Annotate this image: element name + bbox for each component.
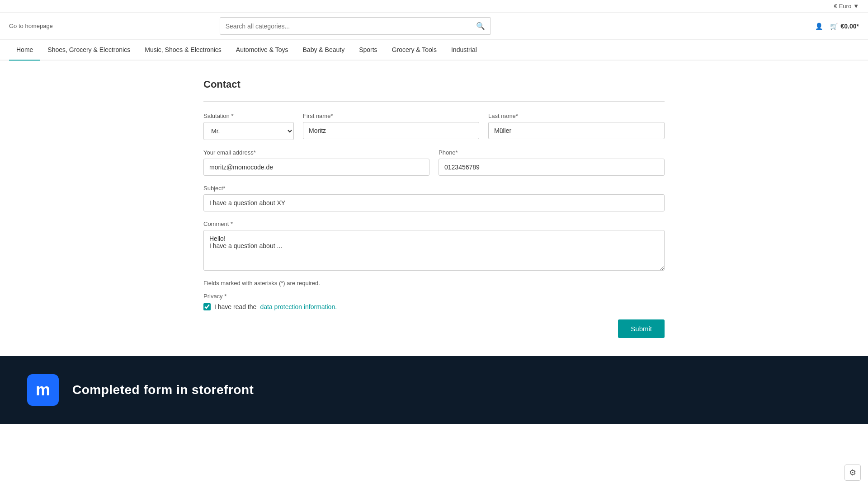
- privacy-section: Privacy * I have read the data protectio…: [203, 293, 665, 310]
- last-name-label: Last name*: [488, 113, 665, 119]
- header-actions: 👤 🛒 €0.00*: [815, 23, 859, 30]
- nav-item-shoes-grocery-electronics[interactable]: Shoes, Grocery & Electronics: [40, 40, 137, 61]
- footer-logo: m: [27, 374, 59, 406]
- form-row-comment: Comment * Hello! I have a question about…: [203, 221, 665, 271]
- phone-input[interactable]: [439, 159, 665, 176]
- privacy-checkbox-row: I have read the data protection informat…: [203, 303, 665, 310]
- contact-title: Contact: [203, 79, 665, 90]
- cart-amount: €0.00*: [840, 23, 859, 30]
- search-button[interactable]: 🔍: [471, 18, 491, 34]
- nav-item-baby-beauty[interactable]: Baby & Beauty: [296, 40, 352, 61]
- footer-logo-letter: m: [36, 380, 50, 399]
- first-name-group: First name*: [303, 113, 479, 140]
- footer-overlay: m Completed form in storefront: [0, 356, 868, 424]
- form-row-contact: Your email address* Phone*: [203, 149, 665, 176]
- logo-text: Go to homepage: [9, 23, 53, 29]
- nav-item-automotive-toys[interactable]: Automotive & Toys: [229, 40, 296, 61]
- currency-label: € Euro: [834, 3, 851, 9]
- subject-group: Subject*: [203, 185, 665, 211]
- nav-item-music-shoes-electronics[interactable]: Music, Shoes & Electronics: [137, 40, 229, 61]
- subject-label: Subject*: [203, 185, 665, 192]
- subject-input[interactable]: [203, 194, 665, 211]
- nav-item-industrial[interactable]: Industrial: [444, 40, 484, 61]
- email-label: Your email address*: [203, 149, 429, 156]
- user-account-button[interactable]: 👤: [815, 23, 823, 30]
- cart-icon: 🛒: [830, 23, 838, 30]
- header: Go to homepage 🔍 👤 🛒 €0.00*: [0, 13, 868, 40]
- salutation-group: Salutation * Mr. Mrs. Ms. Dr.: [203, 113, 294, 140]
- nav-item-home[interactable]: Home: [9, 40, 40, 61]
- form-row-name: Salutation * Mr. Mrs. Ms. Dr. First name…: [203, 113, 665, 140]
- currency-selector[interactable]: € Euro ▼: [834, 3, 859, 9]
- comment-group: Comment * Hello! I have a question about…: [203, 221, 665, 271]
- search-area: 🔍: [220, 17, 491, 35]
- salutation-label: Salutation *: [203, 113, 294, 119]
- phone-group: Phone*: [439, 149, 665, 176]
- comment-textarea[interactable]: Hello! I have a question about ...: [203, 230, 665, 271]
- footer-headline: Completed form in storefront: [72, 383, 254, 397]
- main-content: Contact Salutation * Mr. Mrs. Ms. Dr. Fi…: [194, 79, 674, 338]
- cart-button[interactable]: 🛒 €0.00*: [830, 23, 859, 30]
- email-group: Your email address*: [203, 149, 429, 176]
- first-name-input[interactable]: [303, 122, 479, 139]
- comment-label: Comment *: [203, 221, 665, 227]
- privacy-link[interactable]: data protection information.: [260, 303, 337, 310]
- top-bar: € Euro ▼: [0, 0, 868, 13]
- contact-form: Salutation * Mr. Mrs. Ms. Dr. First name…: [203, 113, 665, 338]
- privacy-checkbox[interactable]: [203, 303, 211, 310]
- nav-item-sports[interactable]: Sports: [352, 40, 384, 61]
- contact-divider: [203, 101, 665, 102]
- email-input[interactable]: [203, 159, 429, 176]
- chevron-down-icon: ▼: [853, 3, 859, 9]
- fields-note: Fields marked with asterisks (*) are req…: [203, 280, 665, 286]
- submit-button[interactable]: Submit: [618, 319, 665, 338]
- last-name-group: Last name*: [488, 113, 665, 140]
- privacy-label: Privacy *: [203, 293, 665, 300]
- main-navigation: Home Shoes, Grocery & Electronics Music,…: [0, 40, 868, 61]
- user-icon: 👤: [815, 23, 823, 30]
- logo-link[interactable]: Go to homepage: [9, 23, 53, 29]
- form-row-subject: Subject*: [203, 185, 665, 211]
- privacy-text-pre: I have read the: [214, 303, 256, 310]
- salutation-select[interactable]: Mr. Mrs. Ms. Dr.: [203, 122, 294, 140]
- logo-area: Go to homepage: [9, 23, 53, 29]
- search-box: 🔍: [220, 17, 491, 35]
- phone-label: Phone*: [439, 149, 665, 156]
- last-name-input[interactable]: [488, 122, 665, 139]
- search-input[interactable]: [220, 19, 471, 34]
- first-name-label: First name*: [303, 113, 479, 119]
- submit-row: Submit: [203, 319, 665, 338]
- search-icon: 🔍: [476, 22, 485, 30]
- nav-item-grocery-tools[interactable]: Grocery & Tools: [385, 40, 444, 61]
